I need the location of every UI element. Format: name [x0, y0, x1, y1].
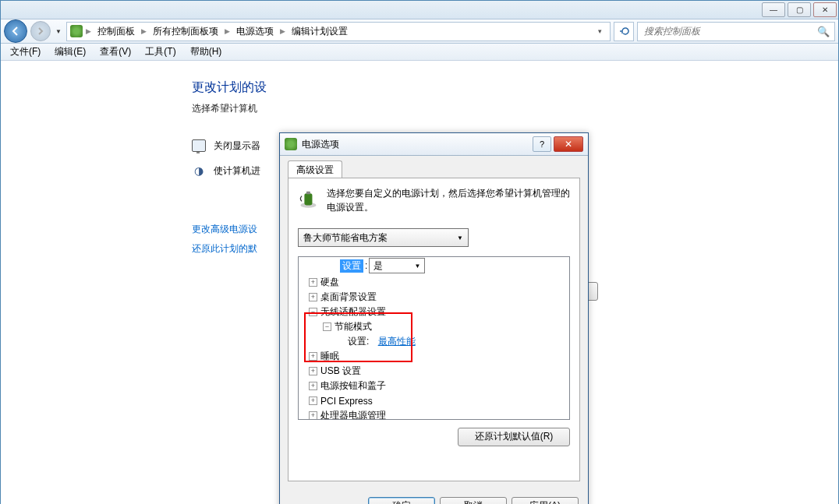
collapse-toggle[interactable]: −	[309, 308, 317, 316]
minimize-button[interactable]: —	[762, 2, 785, 17]
dialog-description: 选择您要自定义的电源计划，然后选择您希望计算机管理的电源设置。	[327, 186, 570, 214]
main-window: — ▢ ✕ ▼ ▶ 控制面板 ▶ 所有控制面板项 ▶ 电源选项 ▶ 编辑计划设置…	[0, 0, 839, 504]
breadcrumb-item[interactable]: 电源选项	[233, 23, 277, 40]
advanced-settings-link[interactable]: 更改高级电源设	[192, 223, 257, 236]
restore-defaults-link[interactable]: 还原此计划的默	[192, 242, 257, 256]
setting-value-link[interactable]: 最高性能	[378, 335, 416, 348]
tree-item-cpu[interactable]: 处理器电源管理	[320, 409, 386, 420]
breadcrumb-item[interactable]: 控制面板	[94, 23, 138, 40]
dialog-cancel-button[interactable]: 取消	[440, 497, 507, 504]
chevron-right-icon: ▶	[86, 27, 91, 35]
restore-defaults-button[interactable]: 还原计划默认值(R)	[458, 428, 570, 446]
ok-button[interactable]: 确定	[368, 497, 435, 504]
menu-view[interactable]: 查看(V)	[98, 44, 133, 60]
collapse-toggle[interactable]: −	[323, 322, 331, 331]
maximize-button[interactable]: ▢	[788, 2, 811, 17]
power-options-dialog: 电源选项 ? ✕ 高级设置 选择您要自定义的电源	[279, 132, 589, 504]
menu-tools[interactable]: 工具(T)	[143, 44, 177, 60]
tree-item-pci[interactable]: PCI Express	[320, 396, 373, 407]
setting-prefix: 设置:	[348, 335, 369, 348]
power-icon	[285, 138, 297, 150]
titlebar: — ▢ ✕	[1, 1, 838, 19]
dialog-title: 电源选项	[302, 138, 533, 151]
expand-toggle[interactable]: +	[309, 352, 317, 361]
tree-item-sleep[interactable]: 睡眠	[320, 350, 339, 363]
menu-bar: 文件(F) 编辑(E) 查看(V) 工具(T) 帮助(H)	[1, 44, 838, 61]
tree-item-usb[interactable]: USB 设置	[320, 365, 361, 378]
expand-toggle[interactable]: +	[309, 382, 317, 390]
battery-icon	[298, 186, 319, 211]
expand-toggle[interactable]: +	[309, 367, 317, 375]
breadcrumb[interactable]: ▶ 控制面板 ▶ 所有控制面板项 ▶ 电源选项 ▶ 编辑计划设置 ▾	[66, 22, 611, 41]
dialog-titlebar: 电源选项 ? ✕	[280, 133, 588, 156]
page-subtitle: 选择希望计算机	[192, 102, 628, 115]
chevron-right-icon: ▶	[141, 27, 147, 35]
settings-tree[interactable]: 设置: 是▼ +硬盘 +桌面背景设置 −无线适配器设置 −节能模式 设置: 最高…	[298, 256, 570, 420]
breadcrumb-item[interactable]: 编辑计划设置	[289, 23, 351, 40]
close-button[interactable]: ✕	[813, 2, 837, 17]
menu-help[interactable]: 帮助(H)	[189, 44, 224, 60]
tree-item-desktop[interactable]: 桌面背景设置	[320, 291, 377, 304]
expand-toggle[interactable]: +	[309, 293, 317, 301]
monitor-icon	[192, 139, 206, 153]
page-title: 更改计划的设	[192, 79, 628, 96]
expand-toggle[interactable]: +	[309, 411, 317, 420]
display-off-label: 关闭显示器	[214, 139, 260, 153]
svg-rect-2	[306, 192, 310, 194]
sleep-label: 使计算机进	[214, 164, 260, 178]
control-panel-icon	[70, 25, 83, 37]
nav-bar: ▼ ▶ 控制面板 ▶ 所有控制面板项 ▶ 电源选项 ▶ 编辑计划设置 ▾ 🔍	[1, 19, 838, 44]
setting-value-dropdown[interactable]: 是▼	[369, 258, 425, 273]
apply-button[interactable]: 应用(A)	[512, 497, 579, 504]
dialog-help-button[interactable]: ?	[533, 136, 551, 152]
tab-advanced[interactable]: 高级设置	[288, 160, 342, 178]
menu-file[interactable]: 文件(F)	[9, 44, 42, 60]
chevron-down-icon: ▼	[457, 234, 463, 241]
expand-toggle[interactable]: +	[309, 278, 317, 287]
back-button[interactable]	[4, 19, 27, 43]
breadcrumb-dropdown[interactable]: ▾	[593, 27, 607, 35]
svg-rect-1	[304, 193, 312, 205]
nav-history-dropdown[interactable]: ▼	[54, 21, 63, 41]
search-icon[interactable]: 🔍	[817, 26, 830, 37]
breadcrumb-item[interactable]: 所有控制面板项	[150, 23, 221, 40]
chevron-right-icon: ▶	[225, 27, 230, 35]
plan-select-value: 鲁大师节能省电方案	[303, 231, 388, 245]
plan-select[interactable]: 鲁大师节能省电方案 ▼	[298, 228, 469, 247]
menu-edit[interactable]: 编辑(E)	[53, 44, 87, 60]
chevron-right-icon: ▶	[280, 27, 285, 35]
tree-item-powersave[interactable]: 节能模式	[335, 320, 372, 333]
search-box[interactable]: 🔍	[637, 22, 835, 41]
forward-button	[30, 21, 51, 41]
search-input[interactable]	[643, 25, 817, 37]
tree-item-power-button[interactable]: 电源按钮和盖子	[320, 379, 386, 393]
setting-label: 设置	[340, 259, 363, 273]
moon-icon: ◑	[192, 164, 206, 178]
expand-toggle[interactable]: +	[309, 397, 317, 405]
content-area: 更改计划的设 选择希望计算机 关闭显示器 ◑ 使计算机进 更改高级电源设 还原此…	[1, 61, 838, 504]
refresh-button[interactable]	[614, 22, 634, 41]
dialog-close-button[interactable]: ✕	[554, 136, 583, 152]
tree-item-wireless[interactable]: 无线适配器设置	[320, 305, 386, 319]
tree-item-hdd[interactable]: 硬盘	[320, 276, 339, 289]
